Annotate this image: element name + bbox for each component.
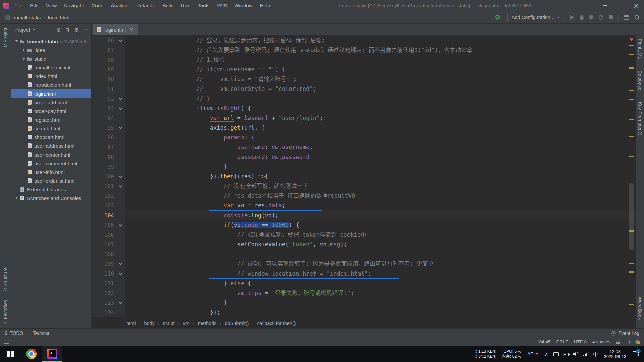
toolwindow-project-button[interactable]: 1: Project xyxy=(3,24,8,52)
tree-item-static[interactable]: static xyxy=(11,54,91,63)
tree-item-scratches-and-consoles[interactable]: Scratches and Consoles xyxy=(11,194,91,202)
tree-item-idea[interactable]: .idea xyxy=(11,46,91,54)
clock-widget[interactable]: 12:03 2022-08-13 xyxy=(601,349,630,359)
tree-item-login-html[interactable]: login.html xyxy=(11,89,91,98)
tree-item-user-orderlist-html[interactable]: user-orderlist.html xyxy=(11,176,91,185)
warning-stripe-mark[interactable] xyxy=(629,263,634,264)
google-translate-icon[interactable] xyxy=(635,340,640,344)
tree-expand-icon[interactable] xyxy=(21,49,27,51)
menu-help[interactable]: Help xyxy=(256,0,274,11)
code-line-95[interactable]: 95 axios.get(url, { xyxy=(92,123,636,133)
fold-icon[interactable] xyxy=(116,225,125,226)
build-wrench-icon[interactable] xyxy=(495,14,501,21)
tree-item-fmmall-static[interactable]: fmmall-staticC:\Users\xuy xyxy=(11,37,91,46)
indent-indicator[interactable]: 4 spaces xyxy=(592,339,610,344)
error-stripe[interactable] xyxy=(627,36,636,318)
fold-icon[interactable] xyxy=(116,127,125,129)
fold-icon[interactable] xyxy=(116,108,125,109)
file-encoding-indicator[interactable]: UTF-8 xyxy=(574,339,587,344)
hidden-icons-chevron[interactable]: ∧ xyxy=(542,351,551,357)
scrollbar-thumb[interactable] xyxy=(629,183,634,250)
tab-login-html[interactable]: login.html × xyxy=(93,24,138,35)
fold-icon[interactable] xyxy=(116,176,125,177)
coverage-button[interactable] xyxy=(589,15,593,20)
tree-item-fmmall-static-iml[interactable]: fmmall-static.iml xyxy=(11,63,91,72)
warning-stripe-mark[interactable] xyxy=(629,99,634,100)
minimize-button[interactable] xyxy=(597,0,612,11)
code-line-92[interactable]: 92 // } xyxy=(92,94,636,104)
code-line-101[interactable]: 101 // 没有全部写好，就先测试一下 xyxy=(92,181,636,191)
code-line-88[interactable]: 88 // 1.校验 xyxy=(92,55,636,65)
fold-icon[interactable] xyxy=(116,40,125,41)
network-signal-icon[interactable] xyxy=(583,353,587,356)
fold-icon[interactable] xyxy=(116,273,125,275)
run-configuration-select[interactable]: Add Configuration... xyxy=(507,13,564,22)
event-log-button[interactable]: Event Log xyxy=(611,330,639,336)
tree-item-user-address-html[interactable]: user-address.html xyxy=(11,141,91,150)
code-line-97[interactable]: 97 username: vm.username, xyxy=(92,142,636,152)
code-line-93[interactable]: 93 if(vm.isRight) { xyxy=(92,104,636,113)
tree-item-order-pay-html[interactable]: order-pay.html xyxy=(11,107,91,115)
layout-icon[interactable] xyxy=(624,15,629,20)
close-button[interactable]: × xyxy=(628,0,644,11)
network-speed-widget[interactable]: ↑: 1.13 KB/s ↓: 34.2 KB/s xyxy=(471,349,499,359)
code-line-106[interactable]: 106 // 如果登录成功，就把 token存储到 cookie中 xyxy=(92,230,636,240)
toolwindow-word-book-button[interactable]: Word Book xyxy=(637,297,643,320)
tree-item-register-html[interactable]: register.html xyxy=(11,115,91,124)
tree-item-introduction-html[interactable]: introduction.html xyxy=(11,80,91,89)
toolwindow-database-button[interactable]: Database xyxy=(637,70,643,90)
expand-collapse-icon[interactable]: ⇅ xyxy=(65,27,70,33)
menu-view[interactable]: View xyxy=(42,0,60,11)
code-line-98[interactable]: 98 password: vm.password xyxy=(92,152,636,162)
editor-breadcrumb-body[interactable]: body xyxy=(144,321,154,326)
code-line-113[interactable]: 113 } xyxy=(92,298,636,308)
toolwindow-structure-button[interactable]: 7: Structure xyxy=(3,263,8,296)
cpu-memory-widget[interactable]: CPU: 6 % 内存: 62 % xyxy=(499,349,524,359)
search-everywhere-icon[interactable] xyxy=(634,15,640,20)
editor-breadcrumb-methods[interactable]: methods xyxy=(198,321,217,326)
line-separator-indicator[interactable]: CRLF xyxy=(556,339,568,344)
warning-stripe-mark[interactable] xyxy=(629,54,634,55)
code-line-87[interactable]: 87 // 首先先要拿到 账号密码; 现在使用 v-model 通过双向绑定; … xyxy=(92,45,636,55)
code-line-110[interactable]: 110 // window.location.href = "index.htm… xyxy=(92,269,636,279)
editor-breadcrumb-script[interactable]: script xyxy=(163,321,175,326)
debug-button[interactable] xyxy=(580,15,584,20)
code-line-100[interactable]: 100 }).then((res) =>{ xyxy=(92,172,636,181)
code-line-112[interactable]: 112 vm.tips = "登录失败，账号或密码错误!"; xyxy=(92,288,636,298)
code-line-105[interactable]: 105 if(vo.code == 10000) { xyxy=(92,220,636,230)
toolwindow-todo-button[interactable]: 6: TODO xyxy=(5,330,23,336)
tree-item-shopcart-html[interactable]: shopcart.html xyxy=(11,133,91,141)
taskbar-chrome-button[interactable] xyxy=(21,346,42,362)
locate-file-icon[interactable]: ⊕ xyxy=(57,27,61,33)
menu-analyze[interactable]: Analyze xyxy=(107,0,132,11)
tray-battery-icon[interactable] xyxy=(563,353,569,356)
warning-stripe-mark[interactable] xyxy=(629,156,634,157)
tree-item-user-comment-html[interactable]: user-comment.html xyxy=(11,159,91,168)
tree-item-user-center-html[interactable]: user-center.html xyxy=(11,150,91,159)
code-line-103[interactable]: 103 var vo = res.data; xyxy=(92,201,636,210)
tree-expand-icon[interactable] xyxy=(14,40,19,42)
warning-stripe-mark[interactable] xyxy=(629,90,634,91)
tree-item-order-add-html[interactable]: order-add.html xyxy=(11,98,91,107)
editor-breadcrumb-vm[interactable]: vm xyxy=(183,321,190,326)
volume-muted-icon[interactable] xyxy=(573,352,578,356)
caret-position[interactable]: 104:45 xyxy=(537,339,550,344)
code-line-89[interactable]: 89 // if(vm.username == "") { xyxy=(92,65,636,74)
code-line-86[interactable]: 86 // 登录，发送异步请求，把账号密码 传到 后端; xyxy=(92,36,636,45)
analysis-indicator-icon[interactable] xyxy=(630,38,633,41)
taskbar-intellij-button[interactable] xyxy=(42,346,62,362)
code-line-111[interactable]: 111 } else { xyxy=(92,279,636,288)
warning-stripe-mark[interactable] xyxy=(629,271,634,273)
ime-indicator[interactable]: 中 xyxy=(590,350,601,357)
editor-breadcrumb-html[interactable]: html xyxy=(126,321,136,326)
close-tab-icon[interactable]: × xyxy=(129,26,134,33)
menu-build[interactable]: Build xyxy=(159,0,177,11)
tree-item-index-html[interactable]: index.html xyxy=(11,72,91,80)
project-view-selector[interactable]: Project xyxy=(14,27,35,33)
fold-icon[interactable] xyxy=(116,186,125,187)
fold-icon[interactable] xyxy=(116,263,125,265)
tree-expand-icon[interactable] xyxy=(14,197,19,199)
hide-panel-icon[interactable]: − xyxy=(84,27,88,33)
menu-edit[interactable]: Edit xyxy=(26,0,42,11)
maximize-button[interactable] xyxy=(612,0,628,11)
